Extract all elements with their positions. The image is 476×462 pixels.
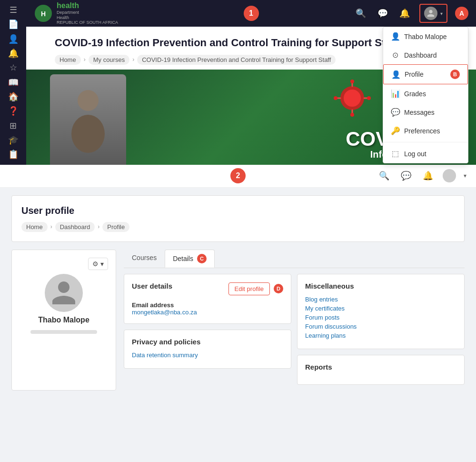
svg-point-10 <box>350 80 354 83</box>
user-icon: 👤 <box>391 32 399 41</box>
edit-profile-button[interactable]: Edit profile <box>228 282 270 295</box>
bottom-bell-button[interactable]: 🔔 <box>421 169 435 183</box>
sidebar-item-grid[interactable]: ⊞ <box>4 120 23 132</box>
user-details-title: User details <box>132 282 172 290</box>
user-avatar-icon <box>426 9 435 18</box>
breadcrumb-my-courses[interactable]: My courses <box>89 55 129 65</box>
sidebar: ☰ 📄 👤 🔔 ☆ 📖 🏠 ❓ ⊞ 🎓 📋 <box>0 0 26 165</box>
profile-breadcrumb-sep2: › <box>98 223 99 230</box>
profile-breadcrumb-dashboard[interactable]: Dashboard <box>55 222 95 232</box>
step-c-badge: C <box>197 254 207 263</box>
logo-text: health Department Health REPUBLIC OF SOU… <box>57 1 118 25</box>
svg-point-13 <box>367 96 371 100</box>
dropdown-logout[interactable]: ⬚ Log out <box>383 144 468 163</box>
email-value: mongetlaka@nba.co.za <box>132 309 283 316</box>
gear-button[interactable]: ⚙ ▾ <box>88 258 108 270</box>
profile-breadcrumb-sep1: › <box>50 223 52 230</box>
privacy-title: Privacy and policies <box>132 338 283 346</box>
email-label: Email address <box>132 301 283 309</box>
sidebar-item-users[interactable]: 👤 <box>4 33 23 45</box>
step1-badge: 1 <box>244 6 259 21</box>
svg-point-11 <box>350 113 354 117</box>
step-b-badge: B <box>448 70 460 79</box>
banner-figure <box>50 74 126 165</box>
misc-title: Miscellaneous <box>305 282 456 290</box>
bottom-chat-button[interactable]: 💬 <box>399 169 413 183</box>
virus-graphic <box>333 79 371 119</box>
svg-point-2 <box>78 90 99 111</box>
profile-right-panel: Courses Details C User details <box>124 250 465 391</box>
svg-point-5 <box>344 90 361 107</box>
chat-button[interactable]: 💬 <box>376 6 390 20</box>
profile-user-name: Thabo Malope <box>38 316 89 324</box>
search-button[interactable]: 🔍 <box>354 6 368 20</box>
step2-badge: 2 <box>230 168 246 183</box>
details-left-col: User details Edit profile D Email addres… <box>124 274 291 391</box>
user-avatar-large <box>45 274 83 312</box>
sidebar-item-files[interactable]: 📄 <box>4 18 23 30</box>
learning-plans-link[interactable]: Learning plans <box>305 332 456 339</box>
profile-icon: 👤 <box>391 70 400 79</box>
blog-entries-link[interactable]: Blog entries <box>305 296 456 303</box>
bell-button[interactable]: 🔔 <box>397 6 412 20</box>
sidebar-item-courses[interactable]: 🎓 <box>4 134 23 146</box>
profile-tabs: Courses Details C <box>124 250 465 268</box>
svg-point-12 <box>334 96 337 100</box>
miscellaneous-box: Miscellaneous Blog entries My certificat… <box>297 274 465 349</box>
breadcrumb-sep2: › <box>132 56 134 63</box>
dropdown-dashboard[interactable]: ⊙ Dashboard <box>383 46 468 64</box>
sidebar-item-home[interactable]: 🏠 <box>4 90 23 103</box>
dashboard-icon: ⊙ <box>391 50 399 60</box>
avatar <box>424 7 437 20</box>
profile-title: User profile <box>21 205 455 216</box>
logo-area: H health Department Health REPUBLIC OF S… <box>34 1 118 25</box>
sidebar-item-starred[interactable]: ☆ <box>4 61 23 74</box>
dropdown-messages[interactable]: 💬 Messages <box>383 103 468 121</box>
data-retention-link[interactable]: Data retention summary <box>132 352 283 359</box>
sidebar-item-help[interactable]: ❓ <box>4 105 23 117</box>
sidebar-item-notifications[interactable]: 🔔 <box>4 47 23 60</box>
profile-left-panel: ⚙ ▾ Thabo Malope <box>11 250 116 391</box>
breadcrumb-home[interactable]: Home <box>55 55 81 65</box>
dropdown-grades[interactable]: 📊 Grades <box>383 84 468 103</box>
breadcrumb-sep1: › <box>84 56 86 63</box>
logo-icon: H <box>34 4 53 23</box>
dropdown-profile[interactable]: 👤 Profile B <box>383 64 468 84</box>
tab-details[interactable]: Details C <box>165 250 215 268</box>
reports-box: Reports <box>297 355 465 385</box>
forum-discussions-link[interactable]: Forum discussions <box>305 323 456 330</box>
profile-breadcrumb-profile[interactable]: Profile <box>102 222 129 232</box>
svg-text:H: H <box>41 10 46 18</box>
profile-content: ⚙ ▾ Thabo Malope Courses Details C <box>11 250 465 391</box>
user-menu-button[interactable]: ▾ <box>419 4 447 23</box>
banner-person-svg <box>64 86 112 153</box>
preferences-icon: 🔑 <box>391 126 399 135</box>
dropdown-username: 👤 Thabo Malope <box>383 27 468 46</box>
tab-courses[interactable]: Courses <box>124 250 165 268</box>
bottom-search-button[interactable]: 🔍 <box>377 169 391 183</box>
bottom-user-avatar[interactable] <box>443 169 456 182</box>
account-initial: A <box>455 7 468 20</box>
breadcrumb-course[interactable]: COVID-19 Infection Prevention and Contro… <box>137 55 336 65</box>
dropdown-divider <box>383 142 468 142</box>
user-details-box: User details Edit profile D Email addres… <box>124 274 291 324</box>
step-d-badge: D <box>274 284 283 293</box>
header-icons: 🔍 💬 🔔 ▾ A <box>354 4 468 23</box>
sidebar-hamburger[interactable]: ☰ <box>4 4 23 16</box>
user-status-bar <box>30 330 97 334</box>
profile-breadcrumb-home[interactable]: Home <box>21 222 48 232</box>
bottom-section: 2 🔍 💬 🔔 ▾ User profile Home › Dashboard … <box>0 165 476 398</box>
bottom-avatar-icon <box>445 171 454 180</box>
dropdown-preferences[interactable]: 🔑 Preferences <box>383 121 468 140</box>
my-certificates-link[interactable]: My certificates <box>305 305 456 312</box>
profile-header-card: User profile Home › Dashboard › Profile <box>11 195 465 242</box>
bottom-chevron-icon: ▾ <box>464 172 466 179</box>
profile-container: User profile Home › Dashboard › Profile … <box>0 188 476 398</box>
details-right-col: Miscellaneous Blog entries My certificat… <box>297 274 465 391</box>
reports-title: Reports <box>305 363 456 371</box>
forum-posts-link[interactable]: Forum posts <box>305 314 456 321</box>
privacy-box: Privacy and policies Data retention summ… <box>124 330 291 369</box>
user-dropdown-menu: 👤 Thabo Malope ⊙ Dashboard 👤 Profile B 📊… <box>383 27 468 163</box>
sidebar-item-reports[interactable]: 📋 <box>4 148 23 161</box>
sidebar-item-book[interactable]: 📖 <box>4 76 23 89</box>
